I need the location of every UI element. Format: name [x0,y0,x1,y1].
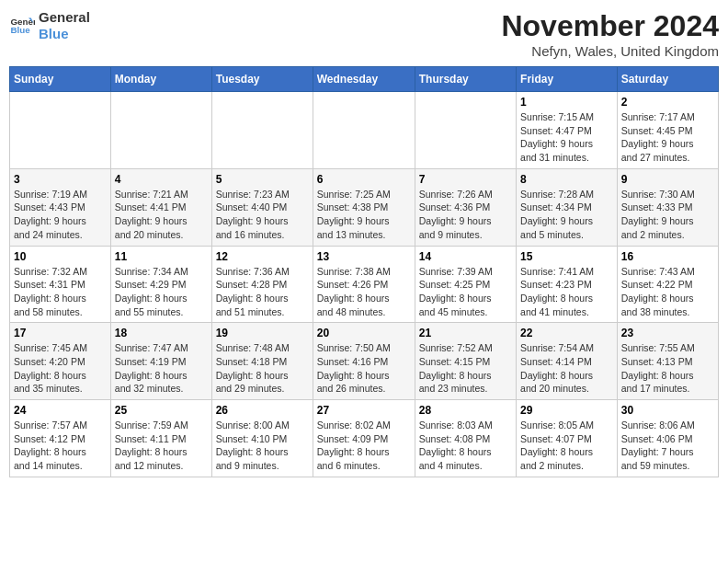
day-header-tuesday: Tuesday [211,67,313,92]
logo-line2: Blue [39,26,90,42]
day-info: Sunrise: 8:06 AMSunset: 4:06 PMDaylight:… [621,419,714,473]
day-number: 21 [419,327,512,339]
day-info: Sunrise: 7:34 AMSunset: 4:29 PMDaylight:… [115,265,208,319]
calendar-week-5: 24Sunrise: 7:57 AMSunset: 4:12 PMDayligh… [10,400,719,477]
calendar-table: SundayMondayTuesdayWednesdayThursdayFrid… [9,66,719,477]
calendar-cell: 26Sunrise: 8:00 AMSunset: 4:10 PMDayligh… [211,400,313,477]
day-info: Sunrise: 7:59 AMSunset: 4:11 PMDaylight:… [115,419,208,473]
calendar-cell: 16Sunrise: 7:43 AMSunset: 4:22 PMDayligh… [617,246,718,323]
calendar-cell: 6Sunrise: 7:25 AMSunset: 4:38 PMDaylight… [313,168,415,246]
day-number: 3 [14,173,107,186]
day-number: 4 [115,173,208,186]
calendar-week-4: 17Sunrise: 7:45 AMSunset: 4:20 PMDayligh… [10,323,719,400]
calendar-week-1: 1Sunrise: 7:15 AMSunset: 4:47 PMDaylight… [10,92,719,169]
day-number: 10 [14,250,107,263]
day-info: Sunrise: 7:25 AMSunset: 4:38 PMDaylight:… [317,188,411,242]
day-info: Sunrise: 7:38 AMSunset: 4:26 PMDaylight:… [317,265,411,319]
day-number: 9 [621,173,714,186]
day-header-friday: Friday [517,67,618,92]
calendar-cell: 3Sunrise: 7:19 AMSunset: 4:43 PMDaylight… [10,168,111,246]
calendar-cell: 8Sunrise: 7:28 AMSunset: 4:34 PMDaylight… [517,168,618,246]
calendar-header-row: SundayMondayTuesdayWednesdayThursdayFrid… [10,67,719,92]
logo-icon: General Blue [9,13,35,39]
calendar-cell: 10Sunrise: 7:32 AMSunset: 4:31 PMDayligh… [10,246,111,323]
day-info: Sunrise: 7:43 AMSunset: 4:22 PMDaylight:… [621,265,714,319]
day-number: 15 [520,250,613,263]
day-number: 26 [216,404,309,417]
calendar-cell: 22Sunrise: 7:54 AMSunset: 4:14 PMDayligh… [517,323,618,400]
calendar-cell: 25Sunrise: 7:59 AMSunset: 4:11 PMDayligh… [110,400,211,477]
page-header: General Blue General Blue November 2024 … [9,9,719,59]
day-info: Sunrise: 8:03 AMSunset: 4:08 PMDaylight:… [419,419,512,473]
day-info: Sunrise: 7:54 AMSunset: 4:14 PMDaylight:… [520,341,613,396]
day-number: 8 [520,173,613,186]
day-number: 30 [621,404,714,417]
day-number: 22 [520,327,613,339]
calendar-cell: 4Sunrise: 7:21 AMSunset: 4:41 PMDaylight… [110,168,211,246]
calendar-cell: 19Sunrise: 7:48 AMSunset: 4:18 PMDayligh… [211,323,313,400]
day-info: Sunrise: 7:32 AMSunset: 4:31 PMDaylight:… [14,265,107,319]
day-number: 16 [621,250,714,263]
calendar-cell: 5Sunrise: 7:23 AMSunset: 4:40 PMDaylight… [211,168,313,246]
calendar-cell: 7Sunrise: 7:26 AMSunset: 4:36 PMDaylight… [415,168,516,246]
logo: General Blue General Blue [9,9,90,42]
day-info: Sunrise: 7:41 AMSunset: 4:23 PMDaylight:… [520,265,613,319]
calendar-cell: 23Sunrise: 7:55 AMSunset: 4:13 PMDayligh… [617,323,718,400]
calendar-cell: 13Sunrise: 7:38 AMSunset: 4:26 PMDayligh… [313,246,415,323]
calendar-week-2: 3Sunrise: 7:19 AMSunset: 4:43 PMDaylight… [10,168,719,246]
day-info: Sunrise: 7:45 AMSunset: 4:20 PMDaylight:… [14,341,107,396]
day-info: Sunrise: 7:15 AMSunset: 4:47 PMDaylight:… [520,110,613,165]
calendar-cell: 14Sunrise: 7:39 AMSunset: 4:25 PMDayligh… [415,246,516,323]
calendar-cell: 11Sunrise: 7:34 AMSunset: 4:29 PMDayligh… [110,246,211,323]
calendar-cell: 1Sunrise: 7:15 AMSunset: 4:47 PMDaylight… [517,92,618,169]
day-number: 11 [115,250,208,263]
day-number: 5 [216,173,309,186]
day-header-sunday: Sunday [10,67,111,92]
svg-text:Blue: Blue [10,25,30,35]
day-info: Sunrise: 7:23 AMSunset: 4:40 PMDaylight:… [216,188,309,242]
day-header-saturday: Saturday [617,67,718,92]
day-info: Sunrise: 7:57 AMSunset: 4:12 PMDaylight:… [14,419,107,473]
day-number: 25 [115,404,208,417]
calendar-cell: 2Sunrise: 7:17 AMSunset: 4:45 PMDaylight… [617,92,718,169]
day-header-thursday: Thursday [415,67,516,92]
calendar-cell [313,92,415,169]
day-number: 2 [621,96,714,109]
day-info: Sunrise: 8:00 AMSunset: 4:10 PMDaylight:… [216,419,309,473]
day-number: 20 [317,327,411,339]
calendar-cell: 21Sunrise: 7:52 AMSunset: 4:15 PMDayligh… [415,323,516,400]
day-info: Sunrise: 7:50 AMSunset: 4:16 PMDaylight:… [317,341,411,396]
day-number: 18 [115,327,208,339]
logo-line1: General [39,9,90,26]
location-title: Nefyn, Wales, United Kingdom [501,43,719,59]
calendar-cell: 28Sunrise: 8:03 AMSunset: 4:08 PMDayligh… [415,400,516,477]
calendar-week-3: 10Sunrise: 7:32 AMSunset: 4:31 PMDayligh… [10,246,719,323]
day-info: Sunrise: 7:28 AMSunset: 4:34 PMDaylight:… [520,188,613,242]
calendar-cell: 9Sunrise: 7:30 AMSunset: 4:33 PMDaylight… [617,168,718,246]
calendar-cell [110,92,211,169]
day-info: Sunrise: 7:39 AMSunset: 4:25 PMDaylight:… [419,265,512,319]
day-info: Sunrise: 8:05 AMSunset: 4:07 PMDaylight:… [520,419,613,473]
day-info: Sunrise: 7:36 AMSunset: 4:28 PMDaylight:… [216,265,309,319]
month-title: November 2024 [501,9,719,43]
calendar-cell: 15Sunrise: 7:41 AMSunset: 4:23 PMDayligh… [517,246,618,323]
calendar-cell: 12Sunrise: 7:36 AMSunset: 4:28 PMDayligh… [211,246,313,323]
calendar-cell: 24Sunrise: 7:57 AMSunset: 4:12 PMDayligh… [10,400,111,477]
day-info: Sunrise: 7:30 AMSunset: 4:33 PMDaylight:… [621,188,714,242]
day-header-wednesday: Wednesday [313,67,415,92]
day-number: 12 [216,250,309,263]
day-info: Sunrise: 7:19 AMSunset: 4:43 PMDaylight:… [14,188,107,242]
calendar-cell: 30Sunrise: 8:06 AMSunset: 4:06 PMDayligh… [617,400,718,477]
day-info: Sunrise: 7:55 AMSunset: 4:13 PMDaylight:… [621,341,714,396]
day-number: 6 [317,173,411,186]
calendar-cell: 29Sunrise: 8:05 AMSunset: 4:07 PMDayligh… [517,400,618,477]
calendar-cell: 20Sunrise: 7:50 AMSunset: 4:16 PMDayligh… [313,323,415,400]
day-info: Sunrise: 7:26 AMSunset: 4:36 PMDaylight:… [419,188,512,242]
calendar-cell [211,92,313,169]
calendar-cell: 27Sunrise: 8:02 AMSunset: 4:09 PMDayligh… [313,400,415,477]
day-header-monday: Monday [110,67,211,92]
calendar-cell [415,92,516,169]
day-info: Sunrise: 7:21 AMSunset: 4:41 PMDaylight:… [115,188,208,242]
day-number: 27 [317,404,411,417]
calendar-cell [10,92,111,169]
